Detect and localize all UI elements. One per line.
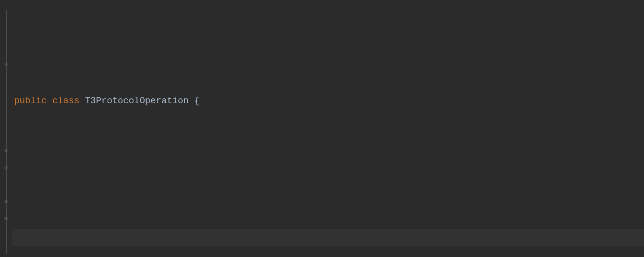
gutter: ⊖ ⊖ ⊖ ⊖ ⊟ xyxy=(0,0,12,257)
code-line[interactable]: public class T3ProtocolOperation { xyxy=(14,93,644,109)
code-area[interactable]: public class T3ProtocolOperation { publi… xyxy=(12,0,644,257)
code-line[interactable] xyxy=(14,161,644,178)
fold-icon[interactable]: ⊟ xyxy=(5,217,9,221)
fold-icon[interactable]: ⊖ xyxy=(5,149,9,153)
code-editor[interactable]: ⊖ ⊖ ⊖ ⊖ ⊟ public class T3ProtocolOperati… xyxy=(0,0,644,257)
fold-icon[interactable]: ⊖ xyxy=(5,166,9,170)
code-line[interactable] xyxy=(14,212,644,229)
fold-icon[interactable]: ⊖ xyxy=(5,200,9,204)
fold-icon[interactable]: ⊖ xyxy=(5,63,9,67)
